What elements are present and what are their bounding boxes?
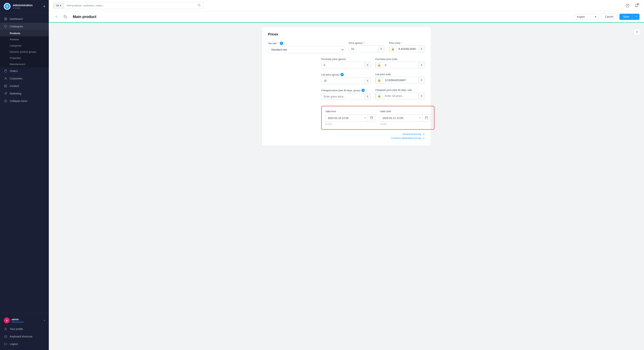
language-selector[interactable]: English ▾ — [574, 14, 599, 20]
currency-symbol: € — [364, 93, 370, 100]
avatar: A — [4, 317, 10, 323]
sidebar-item-keyboard-shortcuts[interactable]: Keyboard shortcuts — [0, 333, 49, 340]
sidebar-sub-item-properties[interactable]: Properties — [0, 55, 49, 61]
timezone-dot — [326, 124, 327, 125]
cheapest-net-input[interactable] — [382, 93, 418, 99]
app-version: 6.4.18.0 — [13, 7, 33, 9]
list-net-input-group: 🔒 € — [375, 77, 425, 84]
price-pair-row: Price (gross) * € Price (net) * — [349, 42, 425, 52]
svg-rect-3 — [6, 19, 7, 20]
cheapest-price-info-icon[interactable]: ? — [362, 89, 365, 92]
app-info: Administration 6.4.18.0 — [13, 3, 33, 9]
valid-from-input[interactable] — [326, 115, 363, 121]
svg-point-6 — [5, 77, 6, 78]
valid-from-group: Valid from × UTC — [326, 110, 376, 126]
sidebar-item-orders[interactable]: Orders — [0, 67, 49, 75]
copy-button[interactable] — [62, 14, 68, 20]
currency-symbol: € — [364, 62, 370, 68]
currency-symbol: € — [378, 46, 384, 52]
sidebar-sub-item-dynamic-product-groups[interactable]: Dynamic product groups — [0, 49, 49, 55]
purchase-pair: Purchase price (gross) € Purchase price … — [321, 58, 425, 68]
sidebar-sub-item-manufacturers[interactable]: Manufacturers — [0, 61, 49, 67]
list-gross-label: List price (gross) ? — [321, 73, 371, 76]
svg-rect-10 — [4, 336, 7, 337]
sidebar-item-customers[interactable]: Customers — [0, 75, 49, 82]
svg-rect-27 — [425, 117, 428, 119]
notifications-icon[interactable] — [634, 3, 640, 9]
sidebar-item-content[interactable]: Content — [0, 82, 49, 90]
save-button[interactable]: Save — [620, 14, 633, 20]
help-icon[interactable] — [624, 3, 630, 9]
app-logo: G — [4, 3, 10, 10]
cancel-button[interactable]: Cancel — [601, 13, 617, 20]
lock-icon[interactable]: 🔒 — [376, 62, 382, 68]
sidebar-item-marketing[interactable]: Marketing — [0, 90, 49, 97]
price-gross-input[interactable] — [349, 46, 378, 52]
svg-rect-0 — [4, 18, 6, 19]
sidebar-item-profile[interactable]: Your profile — [0, 325, 49, 333]
tax-rate-info-icon[interactable]: ? — [280, 42, 283, 45]
list-price-row: List price (gross) ? € List price (net) … — [268, 73, 425, 84]
price-net-input-group: 🔒 € — [389, 45, 425, 52]
valid-dates-row: Valid from × UTC — [326, 110, 430, 126]
search-filter-button[interactable]: All ▾ — [54, 3, 64, 8]
purchase-net-label: Purchase price (net) — [375, 58, 425, 60]
cheapest-net-group: Cheapest price (last 30 days, net) 🔒 € — [375, 89, 425, 100]
sidebar-sub-item-categories[interactable]: Categories — [0, 42, 49, 49]
sidebar-sub-item-reviews[interactable]: Reviews — [0, 36, 49, 42]
purchase-gross-input[interactable] — [322, 62, 364, 68]
valid-from-calendar-button[interactable] — [368, 115, 375, 122]
svg-rect-1 — [6, 18, 7, 19]
sidebar-item-catalogues[interactable]: Catalogues — [0, 23, 49, 30]
context-menu-button[interactable] — [633, 29, 640, 35]
sidebar-submenu-catalogues: Products Reviews Categories Dynamic prod… — [0, 30, 49, 67]
save-dropdown-button[interactable] — [633, 14, 640, 20]
svg-rect-2 — [4, 19, 6, 20]
purchase-net-input-group: 🔒 € — [375, 62, 425, 68]
valid-until-input-group: × — [380, 114, 430, 122]
list-gross-input[interactable] — [322, 78, 364, 84]
collapse-icon — [4, 99, 8, 103]
valid-from-clear-button[interactable]: × — [363, 115, 368, 121]
lock-icon[interactable]: 🔒 — [376, 93, 382, 99]
valid-until-clear-button[interactable]: × — [418, 115, 422, 121]
required-indicator: * — [278, 42, 279, 45]
timezone-dot — [380, 124, 382, 125]
sidebar-user[interactable]: A admin Administrator ▾ — [0, 316, 49, 325]
cheapest-price-row: Cheapest price (last 30 days, gross) ? €… — [268, 89, 425, 100]
chevron-down-icon: ▾ — [595, 15, 596, 18]
sidebar-item-logout[interactable]: Logout — [0, 340, 49, 348]
cheapest-gross-input[interactable] — [322, 93, 364, 100]
lock-icon[interactable]: 🔒 — [376, 77, 382, 83]
currency-symbol: € — [364, 78, 370, 84]
svg-point-12 — [198, 4, 200, 6]
list-price-info-icon[interactable]: ? — [340, 73, 344, 76]
purchase-net-group: Purchase price (net) 🔒 € — [375, 58, 425, 68]
advanced-pricing-link[interactable]: Advanced pricing — [268, 133, 425, 136]
tax-rate-select[interactable]: Standard rate — [268, 46, 344, 53]
prices-card: Prices Tax rate * ? Standard rate — [262, 27, 431, 146]
sidebar-item-collapse[interactable]: Collapse menu — [0, 97, 49, 105]
sidebar: G Administration 6.4.18.0 Dashboard Cata… — [0, 0, 49, 350]
lock-icon[interactable]: 🔒 — [389, 46, 396, 52]
purchase-net-input[interactable] — [382, 62, 418, 68]
page-actions: English ▾ Cancel Save — [574, 13, 640, 20]
currency-symbol: € — [418, 62, 425, 68]
valid-until-input[interactable] — [380, 115, 418, 121]
list-gross-group: List price (gross) ? € — [321, 73, 371, 84]
search-submit-button[interactable] — [195, 2, 203, 9]
list-net-input[interactable] — [382, 77, 418, 83]
purchase-gross-group: Purchase price (gross) € — [321, 58, 371, 68]
grid-icon — [4, 17, 8, 21]
submenu-label: Products — [10, 32, 20, 35]
currency-dependent-pricing-link[interactable]: Currency dependent pricing — [268, 137, 425, 139]
sidebar-item-dashboard[interactable]: Dashboard — [0, 15, 49, 23]
back-button[interactable] — [53, 14, 59, 20]
search-input[interactable] — [64, 3, 195, 8]
tax-rate-dropdown[interactable]: Standard rate — [268, 46, 344, 53]
valid-until-calendar-button[interactable] — [422, 115, 430, 122]
svg-rect-23 — [370, 117, 373, 119]
required-indicator: * — [401, 42, 402, 44]
sidebar-sub-item-products[interactable]: Products — [0, 30, 49, 36]
price-net-input[interactable] — [396, 46, 418, 52]
